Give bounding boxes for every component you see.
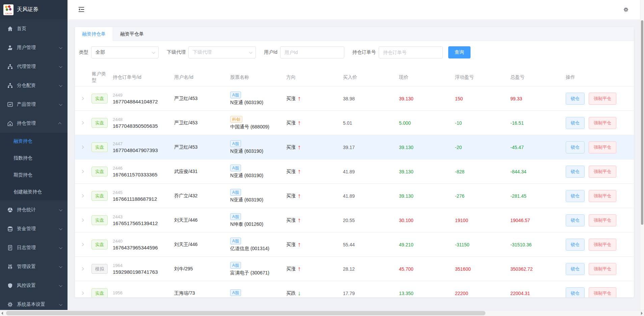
sidebar-menu-item[interactable]: 期货持仓 xyxy=(0,167,68,184)
sidebar-menu-item[interactable]: 日志管理 xyxy=(0,238,68,257)
row-expand-icon[interactable] xyxy=(80,97,84,100)
row-expand-icon[interactable] xyxy=(80,170,84,173)
menu-item-label: 代理管理 xyxy=(17,64,36,70)
position-order-number: 1592980198741763 xyxy=(113,269,171,275)
user-id-input[interactable] xyxy=(280,46,344,58)
row-expand-icon[interactable] xyxy=(80,243,84,246)
type-select[interactable]: 全部 xyxy=(91,46,159,58)
position-id: 1956 xyxy=(113,290,171,295)
menu-item-icon xyxy=(7,45,13,50)
row-expand-icon[interactable] xyxy=(80,292,84,295)
force-close-button[interactable]: 强制平仓 xyxy=(589,263,616,275)
horizontal-scrollbar-thumb[interactable] xyxy=(6,311,485,315)
order-no-input[interactable] xyxy=(379,46,443,58)
agent-select-placeholder: 下级代理 xyxy=(193,49,212,55)
search-button[interactable]: 查询 xyxy=(448,46,471,58)
row-expand-icon[interactable] xyxy=(80,267,84,271)
sidebar-menu-item[interactable]: 分仓配资 xyxy=(0,76,68,95)
type-filter-label: 类型 xyxy=(79,49,88,55)
buy-price: 5.01 xyxy=(340,120,396,126)
sidebar-menu-item[interactable]: 代理管理 xyxy=(0,57,68,76)
position-order-number: 1677048844104872 xyxy=(113,99,171,104)
scroll-right-arrow-icon[interactable] xyxy=(641,312,643,315)
buy-price: 41.89 xyxy=(340,193,396,199)
lock-position-button[interactable]: 锁仓 xyxy=(566,239,585,251)
logo-petal xyxy=(5,5,8,8)
logo-caption: 天风证券 xyxy=(3,13,14,15)
menu-item-label: 分仓配资 xyxy=(17,82,36,89)
account-type-badge: 实盘 xyxy=(91,94,108,103)
settings-gear-icon[interactable] xyxy=(623,7,628,12)
account-type-badge: 实盘 xyxy=(91,215,108,225)
position-id: 2448 xyxy=(113,117,171,122)
sidebar-menu-item[interactable]: 系统基本设置 xyxy=(0,295,68,310)
lock-position-button[interactable]: 锁仓 xyxy=(566,166,585,178)
row-expand-icon[interactable] xyxy=(80,121,84,125)
stock-name: 富满电子 (300671) xyxy=(230,270,269,276)
floating-pnl: 22200 xyxy=(455,291,468,296)
direction-arrow-icon: ↑ xyxy=(298,266,301,272)
sidebar-menu-item[interactable]: 创建融资持仓 xyxy=(0,184,68,200)
force-close-button[interactable]: 强制平仓 xyxy=(589,117,616,129)
menu-item-icon xyxy=(7,245,13,250)
tab[interactable]: 融资平仓单 xyxy=(113,27,151,41)
sidebar-menu-item[interactable]: 用户管理 xyxy=(0,38,68,57)
lock-position-button[interactable]: 锁仓 xyxy=(566,287,585,298)
column-header: 浮动盈亏 xyxy=(452,74,508,80)
user-name-id: 刘牛/295 xyxy=(171,266,227,272)
user-name-id: 刘天王/446 xyxy=(171,242,227,248)
force-close-button[interactable]: 强制平仓 xyxy=(589,239,616,251)
sidebar-menu-item[interactable]: 首页 xyxy=(0,19,68,38)
table-row: 模拟 1964 1592980198741763 刘牛/295 A股 富满电子 … xyxy=(75,257,634,281)
position-id: 2440 xyxy=(113,239,171,244)
agent-select[interactable]: 下级代理 xyxy=(188,46,256,58)
force-close-button[interactable]: 强制平仓 xyxy=(589,141,616,153)
current-price: 45.700 xyxy=(399,266,413,272)
sidebar-menu-item[interactable]: 指数持仓 xyxy=(0,150,68,167)
force-close-button[interactable]: 强制平仓 xyxy=(589,287,616,298)
current-price: 39.130 xyxy=(399,145,413,150)
sidebar-menu-item[interactable]: 管理设置 xyxy=(0,257,68,276)
force-close-button[interactable]: 强制平仓 xyxy=(589,214,616,226)
lock-position-button[interactable]: 锁仓 xyxy=(566,214,585,226)
force-close-button[interactable]: 强制平仓 xyxy=(589,166,616,178)
buy-price: 39.17 xyxy=(340,145,396,150)
sidebar-menu-item[interactable]: 产品管理 xyxy=(0,95,68,114)
vertical-scrollbar-thumb[interactable] xyxy=(641,20,643,225)
buy-price: 28.12 xyxy=(340,266,396,272)
floating-pnl: -10 xyxy=(455,120,462,126)
sidebar-collapse-icon[interactable] xyxy=(78,6,85,13)
user-name-id: 严卫红/453 xyxy=(171,120,227,126)
tab-label: 融资平仓单 xyxy=(120,31,144,37)
sidebar-menu-item[interactable]: 持仓管理 xyxy=(0,114,68,133)
column-header: 总盈亏 xyxy=(508,74,563,80)
stock-name: 亿道信息 (001314) xyxy=(230,246,269,252)
sidebar-menu-item[interactable]: 融资持仓 xyxy=(0,133,68,150)
tab[interactable]: 融资持仓单 xyxy=(75,27,113,41)
buy-price: 55.44 xyxy=(340,242,396,247)
lock-position-button[interactable]: 锁仓 xyxy=(566,93,585,105)
lock-position-button[interactable]: 锁仓 xyxy=(566,190,585,202)
scroll-left-arrow-icon[interactable] xyxy=(1,312,3,315)
chevron-icon xyxy=(59,302,62,306)
row-expand-icon[interactable] xyxy=(80,194,84,198)
lock-position-button[interactable]: 锁仓 xyxy=(566,141,585,153)
sidebar-menu-item[interactable]: 风控设置 xyxy=(0,276,68,295)
row-expand-icon[interactable] xyxy=(80,146,84,149)
app-window: 天风证券 天风证券 首页 用户管理 代理管 xyxy=(0,0,644,316)
menu-item-icon xyxy=(7,283,13,288)
horizontal-scrollbar[interactable] xyxy=(0,310,644,316)
force-close-button[interactable]: 强制平仓 xyxy=(589,190,616,202)
sidebar-menu-item[interactable]: 资金管理 xyxy=(0,219,68,238)
menu-item-label: 持仓统计 xyxy=(17,207,36,213)
sidebar-menu-item[interactable]: 持仓统计 xyxy=(0,200,68,219)
lock-position-button[interactable]: 锁仓 xyxy=(566,263,585,275)
row-expand-icon[interactable] xyxy=(80,219,84,222)
vertical-scrollbar[interactable] xyxy=(640,0,644,310)
market-badge: A股 xyxy=(230,238,241,244)
force-close-button[interactable]: 强制平仓 xyxy=(589,93,616,105)
chevron-icon xyxy=(59,208,62,211)
menu-item-icon xyxy=(7,207,13,213)
lock-position-button[interactable]: 锁仓 xyxy=(566,117,585,129)
table-row: 实盘 2447 1677048047907393 严卫红/453 A股 N亚通 … xyxy=(75,135,634,160)
